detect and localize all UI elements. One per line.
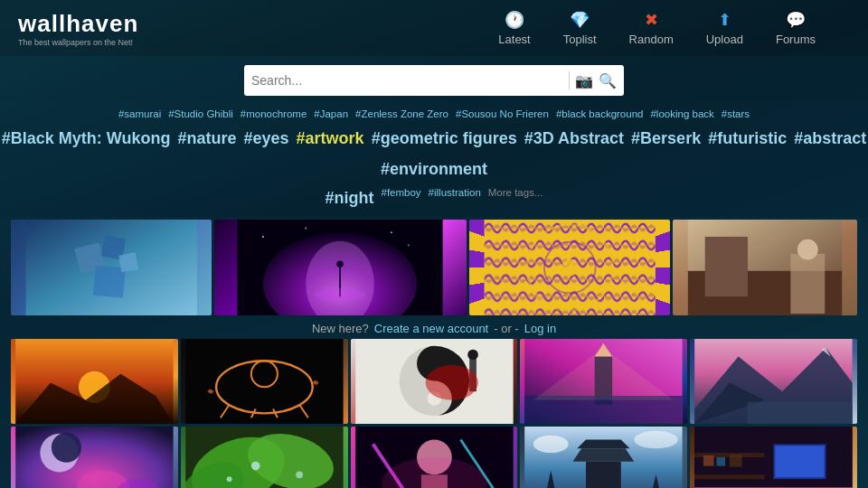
svg-rect-83 xyxy=(694,474,765,479)
svg-point-14 xyxy=(408,244,410,246)
header: wallhaven The best wallpapers on the Net… xyxy=(0,0,868,56)
svg-point-24 xyxy=(797,239,818,260)
wallpaper-thumb-10[interactable] xyxy=(11,427,178,488)
wallpaper-thumb-8[interactable] xyxy=(520,339,687,424)
tag-illustration[interactable]: #illustration xyxy=(429,183,481,212)
login-link[interactable]: Log in xyxy=(524,322,556,335)
search-submit-icon[interactable]: 🔍 xyxy=(599,72,617,89)
main-nav: 🕐 Latest 💎 Toplist ✖ Random ⬆ Upload 💬 F… xyxy=(482,5,832,52)
nav-upload[interactable]: ⬆ Upload xyxy=(690,5,760,52)
svg-rect-51 xyxy=(748,402,853,424)
svg-point-77 xyxy=(635,431,678,448)
svg-rect-71 xyxy=(586,462,621,488)
nav-toplist[interactable]: 💎 Toplist xyxy=(547,5,613,52)
random-icon: ✖ xyxy=(645,10,658,30)
wallpaper-thumb-5[interactable] xyxy=(11,339,178,424)
wallpaper-thumb-11[interactable] xyxy=(181,427,348,488)
nav-latest-label: Latest xyxy=(498,33,530,46)
svg-point-12 xyxy=(306,227,307,229)
bottom-wallpaper-grid-2 xyxy=(0,427,868,488)
top-wallpaper-grid xyxy=(0,217,868,318)
wallpaper-thumb-13[interactable] xyxy=(520,427,687,488)
svg-rect-28 xyxy=(185,339,343,424)
tag-nature[interactable]: #nature xyxy=(178,124,237,153)
create-account-link[interactable]: Create a new account xyxy=(374,322,488,335)
svg-point-54 xyxy=(52,433,81,463)
tag-stars[interactable]: #stars xyxy=(722,105,750,124)
tag-studio-ghibli[interactable]: #Studio Ghibli xyxy=(168,105,233,124)
svg-rect-87 xyxy=(730,455,742,467)
svg-point-63 xyxy=(227,476,232,482)
svg-point-76 xyxy=(533,436,569,453)
svg-rect-81 xyxy=(776,446,825,477)
logo-area: wallhaven The best wallpapers on the Net… xyxy=(18,10,138,47)
search-input[interactable] xyxy=(251,73,563,88)
svg-rect-22 xyxy=(705,237,748,296)
svg-point-19 xyxy=(561,258,578,276)
more-tags[interactable]: More tags... xyxy=(488,183,543,212)
forums-icon: 💬 xyxy=(786,10,806,30)
camera-icon[interactable]: 📷 xyxy=(575,72,593,89)
tag-monochrome[interactable]: #monochrome xyxy=(241,105,307,124)
svg-point-61 xyxy=(251,462,260,471)
tag-abstract[interactable]: #abstract xyxy=(794,124,866,153)
nav-random-label: Random xyxy=(629,33,674,46)
svg-point-11 xyxy=(262,236,264,238)
tag-3d-abstract[interactable]: #3D Abstract xyxy=(524,124,624,153)
tag-looking-back[interactable]: #looking back xyxy=(650,105,713,124)
latest-icon: 🕐 xyxy=(505,10,524,30)
logo-sub: The best wallpapers on the Net! xyxy=(18,38,138,47)
new-here-bar: New here? Create a new account - or - Lo… xyxy=(0,318,868,339)
tag-zenless[interactable]: #Zenless Zone Zero xyxy=(355,105,448,124)
nav-forums-label: Forums xyxy=(776,33,816,46)
tags-row-2: #Black Myth: Wukong #nature #eyes #artwo… xyxy=(0,124,868,184)
wallpaper-thumb-1[interactable] xyxy=(11,220,212,315)
search-bar: 📷 🔍 xyxy=(244,65,624,96)
wallpaper-thumb-12[interactable] xyxy=(351,427,518,488)
tag-futuristic[interactable]: #futuristic xyxy=(708,124,787,153)
svg-rect-23 xyxy=(790,254,825,314)
tag-berserk[interactable]: #Berserk xyxy=(631,124,701,153)
svg-point-40 xyxy=(467,349,478,360)
wallpaper-thumb-2[interactable] xyxy=(214,220,466,315)
tag-geometric[interactable]: #geometric figures xyxy=(372,124,517,153)
tag-samurai[interactable]: #samurai xyxy=(118,105,161,124)
toplist-icon: 💎 xyxy=(570,10,590,30)
new-here-text: New here? xyxy=(312,322,369,335)
search-divider xyxy=(569,71,570,89)
tag-environment[interactable]: #environment xyxy=(381,155,487,183)
svg-rect-86 xyxy=(717,457,726,466)
svg-rect-3 xyxy=(93,266,126,298)
wallpaper-thumb-3[interactable] xyxy=(469,220,670,315)
tags-area: #samurai #Studio Ghibli #monochrome #Jap… xyxy=(0,101,868,217)
svg-point-9 xyxy=(337,260,344,267)
svg-point-10 xyxy=(315,288,366,302)
wallpaper-thumb-4[interactable] xyxy=(673,220,857,315)
nav-latest[interactable]: 🕐 Latest xyxy=(482,5,546,52)
svg-rect-85 xyxy=(703,455,714,466)
tag-eyes[interactable]: #eyes xyxy=(244,124,289,153)
tag-sousou[interactable]: #Sousou No Frieren xyxy=(456,105,549,124)
svg-marker-72 xyxy=(573,448,635,462)
tags-row-3: #night #femboy #illustration More tags..… xyxy=(326,183,543,212)
bottom-wallpaper-grid-1 xyxy=(0,339,868,427)
svg-point-41 xyxy=(425,365,477,400)
svg-rect-4 xyxy=(118,252,138,272)
nav-random[interactable]: ✖ Random xyxy=(613,5,690,52)
svg-marker-73 xyxy=(578,439,630,448)
wallpaper-thumb-9[interactable] xyxy=(690,339,857,424)
wallpaper-thumb-14[interactable] xyxy=(690,427,857,488)
tag-black-myth[interactable]: #Black Myth: Wukong xyxy=(2,124,171,153)
tag-night[interactable]: #night xyxy=(326,183,374,212)
tag-femboy[interactable]: #femboy xyxy=(382,183,421,212)
tag-black-bg[interactable]: #black background xyxy=(556,105,644,124)
svg-point-62 xyxy=(296,471,303,478)
upload-icon: ⬆ xyxy=(718,10,731,30)
nav-forums[interactable]: 💬 Forums xyxy=(760,5,832,52)
tag-japan[interactable]: #Japan xyxy=(314,105,348,124)
tag-artwork[interactable]: #artwork xyxy=(297,124,364,153)
logo-text[interactable]: wallhaven xyxy=(18,10,138,38)
nav-upload-label: Upload xyxy=(706,33,743,46)
wallpaper-thumb-7[interactable] xyxy=(351,339,518,424)
wallpaper-thumb-6[interactable] xyxy=(181,339,348,424)
